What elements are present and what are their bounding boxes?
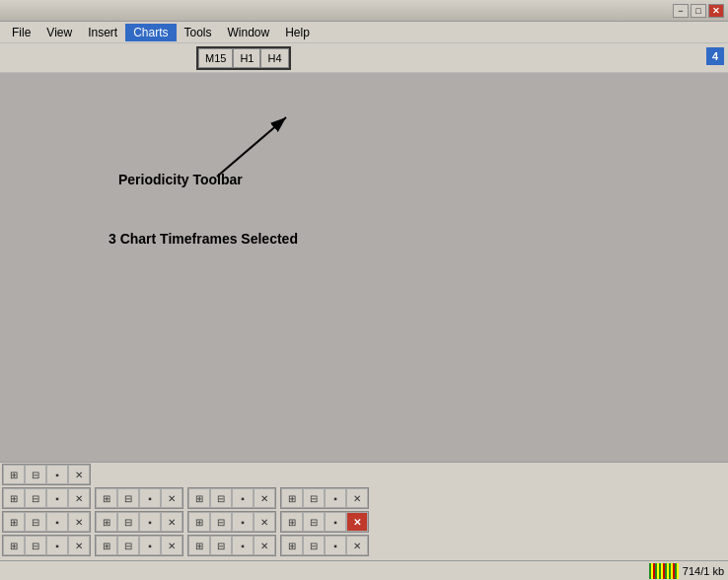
maximize-button[interactable]: □ [691,4,706,18]
toolbar-area: M15 H1 H4 4 [0,43,728,73]
annotation-arrow [99,103,395,300]
tb-dup-4-3[interactable]: ⊟ [210,536,232,555]
tb-resize-4-1[interactable]: ▪ [46,536,68,555]
menu-tools[interactable]: Tools [177,24,220,41]
tb-chart-2-4[interactable]: ⊞ [281,488,303,508]
tb-dup-2-3[interactable]: ⊟ [210,488,232,508]
tb-chart-2-1[interactable]: ⊞ [3,488,25,508]
taskbar-row-2: ⊞ ⊟ ▪ ✕ ⊞ ⊟ ▪ ✕ ⊞ ⊟ ▪ ✕ ⊞ ⊟ ▪ ✕ [0,486,728,510]
tb-resize-2-4[interactable]: ▪ [325,488,346,508]
tb-resize-4-3[interactable]: ▪ [232,536,254,555]
tb-close-4-3[interactable]: ✕ [254,536,275,555]
taskbar-group-4-2: ⊞ ⊟ ▪ ✕ [95,535,183,556]
taskbar-group-2-2: ⊞ ⊟ ▪ ✕ [95,487,183,509]
tb-close-3-4-red[interactable]: ✕ [346,512,368,532]
main-content: Periodicity Toolbar 3 Chart Timeframes S… [0,73,728,462]
tb-chart-icon-1[interactable]: ⊞ [3,465,25,484]
tb-close-4-1[interactable]: ✕ [68,536,90,555]
menu-file[interactable]: File [4,24,38,41]
period-m15-button[interactable]: M15 [198,48,233,68]
taskbar-group-4-4: ⊞ ⊟ ▪ ✕ [280,535,369,556]
tb-chart-3-3[interactable]: ⊞ [188,512,210,532]
status-info: 714/1 kb [683,565,724,577]
menu-bar: File View Insert Charts Tools Window Hel… [0,22,728,43]
tb-dup-3-4[interactable]: ⊟ [303,512,325,532]
taskbar-group-1-1: ⊞ ⊟ ▪ ✕ [2,464,91,485]
tb-dup-2-4[interactable]: ⊟ [303,488,325,508]
taskbar-group-3-1: ⊞ ⊟ ▪ ✕ [2,511,91,533]
tb-dup-4-2[interactable]: ⊟ [117,536,139,555]
tb-resize-2-3[interactable]: ▪ [232,488,254,508]
taskbar-group-4-3: ⊞ ⊟ ▪ ✕ [187,535,276,556]
tb-chart-3-2[interactable]: ⊞ [96,512,117,532]
window-controls: − □ ✕ [673,4,724,18]
menu-help[interactable]: Help [277,24,318,41]
tb-chart-3-1[interactable]: ⊞ [3,512,25,532]
annotation-subtitle: 3 Chart Timeframes Selected [109,231,298,247]
tb-dup-3-1[interactable]: ⊟ [25,512,46,532]
tb-resize-icon-1[interactable]: ▪ [46,465,68,484]
annotation-label: Periodicity Toolbar [118,172,243,187]
taskbar-group-3-3: ⊞ ⊟ ▪ ✕ [187,511,276,533]
tb-close-3-3[interactable]: ✕ [254,512,275,532]
tb-chart-3-4[interactable]: ⊞ [281,512,303,532]
tb-dup-2-1[interactable]: ⊟ [25,488,46,508]
tb-dup-2-2[interactable]: ⊟ [117,488,139,508]
tb-chart-4-4[interactable]: ⊞ [281,536,303,555]
tb-resize-3-2[interactable]: ▪ [139,512,161,532]
taskbar-group-2-1: ⊞ ⊟ ▪ ✕ [2,487,91,509]
menu-view[interactable]: View [38,24,80,41]
tb-close-4-4[interactable]: ✕ [346,536,368,555]
tb-chart-4-1[interactable]: ⊞ [3,536,25,555]
periodicity-toolbar: M15 H1 H4 [196,46,291,70]
menu-window[interactable]: Window [220,24,278,41]
tb-dup-4-4[interactable]: ⊟ [303,536,325,555]
tb-resize-2-1[interactable]: ▪ [46,488,68,508]
tb-close-icon-1[interactable]: ✕ [68,465,90,484]
period-h1-button[interactable]: H1 [233,48,260,68]
taskbar-group-2-3: ⊞ ⊟ ▪ ✕ [187,487,276,509]
bottom-panel: ⊞ ⊟ ▪ ✕ ⊞ ⊟ ▪ ✕ ⊞ ⊟ ▪ ✕ ⊞ ⊟ ▪ ✕ ⊞ ⊟ ▪ [0,462,728,560]
page-indicator: 4 [706,47,724,65]
tb-resize-2-2[interactable]: ▪ [139,488,161,508]
menu-insert[interactable]: Insert [80,24,125,41]
minimize-button[interactable]: − [673,4,689,18]
taskbar-group-3-4: ⊞ ⊟ ▪ ✕ [280,511,369,533]
tb-chart-2-3[interactable]: ⊞ [188,488,210,508]
taskbar-group-3-2: ⊞ ⊟ ▪ ✕ [95,511,183,533]
tb-resize-3-1[interactable]: ▪ [46,512,68,532]
tb-resize-4-2[interactable]: ▪ [139,536,161,555]
status-bar: 714/1 kb [0,560,728,580]
tb-close-2-4[interactable]: ✕ [346,488,368,508]
tb-dup-icon-1[interactable]: ⊟ [25,465,46,484]
svg-line-1 [217,117,286,177]
taskbar-group-2-4: ⊞ ⊟ ▪ ✕ [280,487,369,509]
tb-close-3-1[interactable]: ✕ [68,512,90,532]
tb-close-2-1[interactable]: ✕ [68,488,90,508]
tb-resize-4-4[interactable]: ▪ [325,536,346,555]
tb-chart-4-3[interactable]: ⊞ [188,536,210,555]
tb-chart-4-2[interactable]: ⊞ [96,536,117,555]
tb-chart-2-2[interactable]: ⊞ [96,488,117,508]
tb-resize-3-3[interactable]: ▪ [232,512,254,532]
connection-status-icon [649,563,679,579]
title-bar: − □ ✕ [0,0,728,22]
tb-resize-3-4[interactable]: ▪ [325,512,346,532]
tb-close-2-2[interactable]: ✕ [161,488,182,508]
period-h4-button[interactable]: H4 [260,48,288,68]
annotation: Periodicity Toolbar 3 Chart Timeframes S… [99,103,395,300]
tb-close-2-3[interactable]: ✕ [254,488,275,508]
close-button[interactable]: ✕ [708,4,724,18]
tb-dup-3-2[interactable]: ⊟ [117,512,139,532]
taskbar-row-3: ⊞ ⊟ ▪ ✕ ⊞ ⊟ ▪ ✕ ⊞ ⊟ ▪ ✕ ⊞ ⊟ ▪ ✕ [0,510,728,534]
tb-close-3-2[interactable]: ✕ [161,512,182,532]
taskbar-row-1: ⊞ ⊟ ▪ ✕ [0,463,728,486]
tb-dup-4-1[interactable]: ⊟ [25,536,46,555]
taskbar-group-4-1: ⊞ ⊟ ▪ ✕ [2,535,91,556]
taskbar-row-4: ⊞ ⊟ ▪ ✕ ⊞ ⊟ ▪ ✕ ⊞ ⊟ ▪ ✕ ⊞ ⊟ ▪ ✕ [0,534,728,557]
tb-dup-3-3[interactable]: ⊟ [210,512,232,532]
tb-close-4-2[interactable]: ✕ [161,536,182,555]
menu-charts[interactable]: Charts [125,24,176,41]
